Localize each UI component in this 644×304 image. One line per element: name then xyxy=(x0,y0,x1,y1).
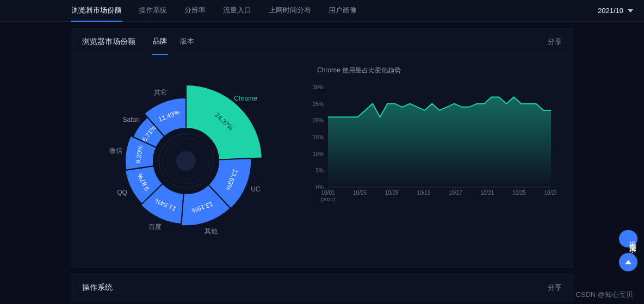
top-nav: 浏览器市场份额 操作系统 分辨率 流量入口 上网时间分布 用户画像 2021/1… xyxy=(0,0,644,22)
x-tick-sublabel: [2021] xyxy=(321,197,335,202)
donut-name-label: Chrome xyxy=(234,95,257,102)
nav-tab-res[interactable]: 分辨率 xyxy=(183,0,207,22)
watermark: CSDN @知心宝贝 xyxy=(575,290,633,300)
panel2-share-button[interactable]: 分享 xyxy=(548,283,562,293)
svg-point-3 xyxy=(176,151,196,171)
nav-tab-profile[interactable]: 用户画像 xyxy=(327,0,358,22)
chevron-down-icon xyxy=(628,9,633,13)
x-tick-label: 10/17 xyxy=(449,190,462,196)
panel-body: 24.37%Chrome13.63%UC13.19%其他11.54%百度9.87… xyxy=(71,55,573,267)
x-tick-label: 10/09 xyxy=(385,190,399,196)
submit-request-button[interactable]: 提交需求 xyxy=(619,230,637,247)
y-tick-label: 15% xyxy=(313,134,324,140)
date-picker[interactable]: 2021/10 xyxy=(598,7,633,15)
x-tick-label: 10/13 xyxy=(417,190,430,196)
panel2-header: 操作系统 分享 xyxy=(71,275,573,301)
panel2-title: 操作系统 xyxy=(82,283,113,293)
floating-actions: 提交需求 xyxy=(619,230,637,271)
donut-name-label: 微信 xyxy=(109,147,122,154)
donut-name-label: 其他 xyxy=(205,227,218,235)
donut-name-label: QQ xyxy=(117,189,127,196)
y-tick-label: 5% xyxy=(316,167,324,173)
donut-name-label: 其它 xyxy=(154,89,167,96)
donut-name-label: Safari xyxy=(123,116,140,123)
panel-header: 浏览器市场份额 品牌 版本 分享 xyxy=(71,29,573,55)
panel-title: 浏览器市场份额 xyxy=(82,37,135,47)
nav-tab-time[interactable]: 上网时间分布 xyxy=(268,0,312,22)
x-tick-label: 10/05 xyxy=(353,190,367,196)
panel-browser-share: 浏览器市场份额 品牌 版本 分享 24.37%Chrome13.63%UC13.… xyxy=(71,28,573,268)
panel-subtabs: 品牌 版本 xyxy=(152,29,195,55)
share-button[interactable]: 分享 xyxy=(548,37,562,47)
subtab-version[interactable]: 版本 xyxy=(179,29,195,55)
line-chart-container: Chrome 使用量占比变化趋势 0%5%10%15%20%25%30%10/0… xyxy=(301,55,573,267)
nav-tab-browser[interactable]: 浏览器市场份额 xyxy=(71,0,122,22)
nav-tab-traffic[interactable]: 流量入口 xyxy=(222,0,252,22)
donut-chart-container: 24.37%Chrome13.63%UC13.19%其他11.54%百度9.87… xyxy=(71,55,301,267)
panel-os: 操作系统 分享 xyxy=(71,274,573,301)
y-tick-label: 20% xyxy=(313,117,324,123)
chevron-up-icon xyxy=(625,260,631,264)
x-tick-label: 10/21 xyxy=(480,190,494,196)
y-tick-label: 25% xyxy=(313,101,324,107)
x-tick-label: 10/01 xyxy=(321,190,335,196)
line-chart-title: Chrome 使用量占比变化趋势 xyxy=(317,66,556,75)
y-tick-label: 30% xyxy=(313,84,324,90)
donut-chart[interactable]: 24.37%Chrome13.63%UC13.19%其他11.54%百度9.87… xyxy=(83,58,289,264)
x-tick-label: 10/29 xyxy=(544,190,556,196)
donut-name-label: UC xyxy=(251,185,261,193)
date-value: 2021/10 xyxy=(598,7,623,15)
y-tick-label: 10% xyxy=(313,151,324,157)
x-tick-label: 10/25 xyxy=(512,190,526,196)
subtab-brand[interactable]: 品牌 xyxy=(152,29,168,55)
top-nav-tabs: 浏览器市场份额 操作系统 分辨率 流量入口 上网时间分布 用户画像 xyxy=(71,0,358,22)
donut-name-label: 百度 xyxy=(148,223,162,231)
line-chart[interactable]: 0%5%10%15%20%25%30%10/01[2021]10/0510/09… xyxy=(306,82,556,207)
scroll-top-button[interactable] xyxy=(619,253,637,271)
nav-tab-os[interactable]: 操作系统 xyxy=(138,0,168,22)
